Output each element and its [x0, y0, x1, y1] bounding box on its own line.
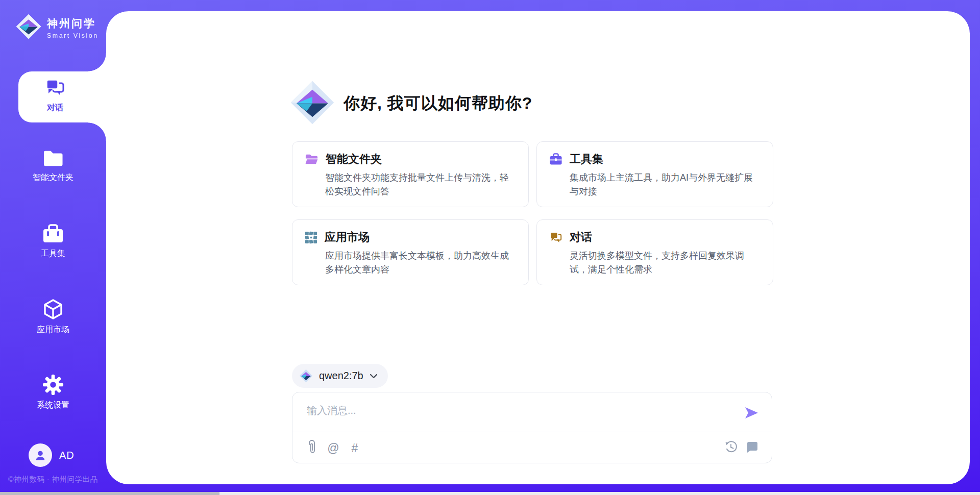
chat-square-icon	[746, 440, 759, 456]
copyright-text: ©神州数码 · 神州问学出品	[8, 475, 98, 484]
sidebar-item-label: 对话	[11, 103, 99, 113]
card-title: 应用市场	[325, 230, 370, 245]
active-tab-fillet-bottom	[88, 122, 106, 141]
brand-subtitle: Smart Vision	[47, 32, 99, 39]
greeting-text: 你好, 我可以如何帮助你?	[344, 92, 532, 115]
chat-panel-button[interactable]	[745, 441, 760, 455]
chevron-down-icon	[370, 374, 378, 379]
user-profile[interactable]: AD	[29, 443, 75, 467]
history-button[interactable]	[724, 441, 738, 455]
model-selector[interactable]: qwen2:7b	[292, 364, 388, 388]
sidebar-item-folders[interactable]: 智能文件夹	[0, 148, 106, 183]
folder-open-icon	[305, 153, 318, 165]
briefcase-icon	[549, 153, 562, 165]
chat-icon	[11, 78, 99, 98]
card-description: 灵活切换多模型文件，支持多样回复效果调试，满足个性化需求	[570, 249, 761, 277]
card-toolbox[interactable]: 工具集 集成市场上主流工具，助力AI与外界无缝扩展与对接	[536, 141, 773, 207]
hash-icon: #	[352, 441, 358, 455]
message-composer: @ #	[292, 392, 772, 463]
at-icon: @	[327, 441, 339, 455]
attach-button[interactable]	[305, 441, 319, 455]
avatar	[29, 443, 52, 467]
gear-icon	[0, 374, 106, 395]
card-app-market[interactable]: 应用市场 应用市场提供丰富长文本模板，助力高效生成多样化文章内容	[292, 219, 529, 285]
send-button[interactable]	[743, 405, 760, 421]
cube-icon	[0, 299, 106, 320]
sidebar-item-label: 系统设置	[0, 400, 106, 411]
card-title: 智能文件夹	[326, 152, 382, 167]
sidebar-item-label: 智能文件夹	[0, 172, 106, 183]
paperclip-icon	[308, 440, 316, 456]
sidebar-item-toolbox[interactable]: 工具集	[0, 224, 106, 259]
toolbox-icon	[0, 224, 106, 244]
model-logo-icon	[299, 369, 313, 383]
composer-divider	[292, 432, 772, 432]
composer-toolbar: @ #	[292, 433, 772, 463]
horizontal-scrollbar-track[interactable]	[0, 492, 980, 495]
card-chat[interactable]: 对话 灵活切换多模型文件，支持多样回复效果调试，满足个性化需求	[536, 219, 773, 285]
card-title: 对话	[570, 230, 592, 245]
card-smart-folder[interactable]: 智能文件夹 智能文件夹功能支持批量文件上传与清洗，轻松实现文件问答	[292, 141, 529, 207]
sidebar: 神州问学 Smart Vision 对话 智能文件夹	[0, 0, 106, 495]
feature-cards: 智能文件夹 智能文件夹功能支持批量文件上传与清洗，轻松实现文件问答 工具集 集成…	[292, 141, 773, 285]
model-label: qwen2:7b	[319, 370, 363, 382]
brand-logo-icon	[15, 13, 42, 42]
card-title: 工具集	[570, 152, 603, 167]
sidebar-item-market[interactable]: 应用市场	[0, 299, 106, 335]
sidebar-item-chat[interactable]: 对话	[11, 78, 99, 113]
brand-title: 神州问学	[47, 16, 99, 31]
card-description: 智能文件夹功能支持批量文件上传与清洗，轻松实现文件问答	[325, 171, 516, 199]
history-icon	[724, 440, 738, 456]
card-description: 集成市场上主流工具，助力AI与外界无缝扩展与对接	[570, 171, 761, 199]
chat-bubbles-icon	[549, 231, 562, 244]
sidebar-item-label: 应用市场	[0, 325, 106, 335]
active-tab-fillet-top	[88, 53, 106, 71]
folder-icon	[0, 148, 106, 168]
topic-button[interactable]: #	[348, 441, 362, 455]
horizontal-scrollbar-thumb[interactable]	[0, 492, 219, 495]
assistant-logo-icon	[289, 80, 335, 128]
brand: 神州问学 Smart Vision	[15, 13, 99, 42]
mention-button[interactable]: @	[326, 441, 340, 455]
greeting: 你好, 我可以如何帮助你?	[289, 80, 532, 128]
message-input[interactable]	[307, 404, 736, 428]
sidebar-item-settings[interactable]: 系统设置	[0, 374, 106, 411]
sidebar-item-label: 工具集	[0, 249, 106, 259]
card-description: 应用市场提供丰富长文本模板，助力高效生成多样化文章内容	[325, 249, 516, 277]
grid-icon	[305, 231, 317, 244]
user-name: AD	[59, 450, 75, 461]
app-root: { "app": { "brand": "神州问学", "brand_subti…	[0, 0, 980, 495]
